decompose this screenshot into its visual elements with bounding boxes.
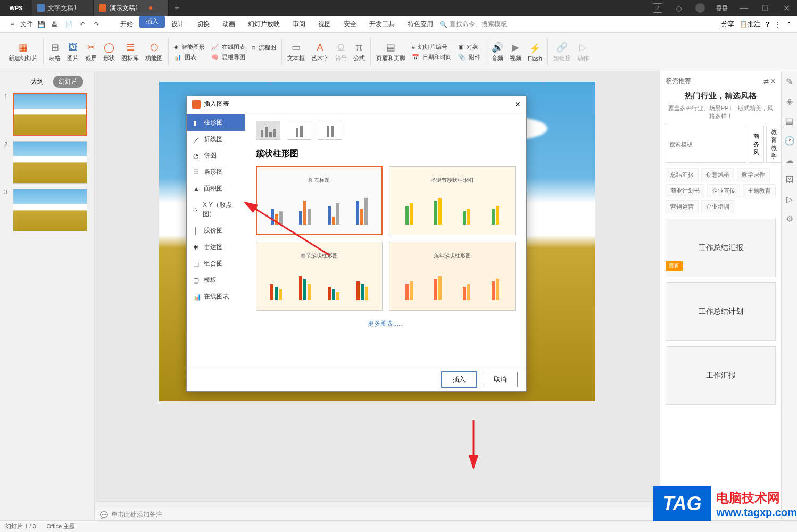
type-scatter[interactable]: ∴X Y（散点图） — [187, 197, 245, 222]
search-hint[interactable]: 🔍查找命令、搜索模板 — [439, 20, 507, 29]
tag-item[interactable]: 企业培训 — [701, 200, 734, 213]
chart-button[interactable]: 📊图表 — [171, 52, 208, 62]
tab-security[interactable]: 安全 — [337, 16, 363, 33]
save-icon[interactable]: 💾 — [35, 19, 47, 30]
apparel-icon[interactable]: ◇ — [668, 0, 690, 16]
picture-button[interactable]: 🖼图片 — [64, 36, 82, 68]
collapse-ribbon[interactable]: ⌃ — [786, 21, 792, 28]
type-combo[interactable]: ◫组合图 — [187, 255, 245, 272]
tab-transition[interactable]: 切换 — [190, 16, 216, 33]
tab-review[interactable]: 审阅 — [286, 16, 312, 33]
menu-icon[interactable]: ≡ — [6, 19, 18, 30]
tool-design-icon[interactable]: ◈ — [786, 96, 793, 106]
notification-badge[interactable]: 2 — [647, 0, 668, 16]
shape-button[interactable]: ◯形状 — [100, 36, 118, 68]
subtype-percent[interactable] — [318, 121, 342, 140]
template-card[interactable]: 工作汇报 — [666, 346, 776, 405]
tab-view[interactable]: 视图 — [312, 16, 337, 33]
tool-image-icon[interactable]: 🖼 — [785, 175, 794, 185]
datetime-button[interactable]: 📅日期和时间 — [409, 52, 455, 62]
tab-design[interactable]: 设计 — [165, 16, 190, 33]
symbol-button[interactable]: Ω符号 — [332, 36, 350, 68]
type-radar[interactable]: ✱雷达图 — [187, 239, 245, 255]
tab-start[interactable]: 开始 — [114, 16, 139, 33]
panel-options[interactable]: ⇄ ✕ — [763, 78, 776, 85]
function-button[interactable]: ⬡功能图 — [142, 36, 166, 68]
tag-item[interactable]: 主题教育 — [743, 184, 776, 197]
horizontal-scrollbar[interactable] — [95, 501, 660, 509]
tab-slideshow[interactable]: 幻灯片放映 — [242, 16, 286, 33]
chart-preview-4[interactable]: 兔年簇状柱形图 — [389, 242, 516, 311]
type-pie[interactable]: ◔饼图 — [187, 147, 245, 164]
video-button[interactable]: ▶视频 — [507, 36, 525, 68]
tag-item[interactable]: 总结汇报 — [666, 168, 699, 181]
minimize-button[interactable]: — — [733, 0, 754, 16]
icon-lib-button[interactable]: ☰图标库 — [118, 36, 142, 68]
doc-tab-word[interactable]: 文字文稿1 — [32, 0, 94, 16]
close-button[interactable]: ✕ — [776, 0, 797, 16]
insert-button[interactable]: 插入 — [441, 371, 477, 388]
notes-bar[interactable]: 💬单击此处添加备注 — [95, 509, 660, 520]
tab-insert[interactable]: 插入 — [139, 16, 165, 28]
tag-item[interactable]: 创意风格 — [701, 168, 734, 181]
slidenum-button[interactable]: #幻灯片编号 — [409, 42, 455, 52]
tool-pencil-icon[interactable]: ✎ — [786, 77, 793, 87]
tool-cloud-icon[interactable]: ☁ — [785, 155, 794, 165]
slide-thumb-1[interactable]: 1 — [4, 93, 90, 136]
more-button[interactable]: ⋮ — [775, 21, 781, 28]
new-slide-button[interactable]: ▦新建幻灯片 — [5, 36, 41, 68]
tag-item[interactable]: 商业计划书 — [666, 184, 704, 197]
type-template[interactable]: ▢模板 — [187, 272, 245, 288]
type-line[interactable]: ／折线图 — [187, 131, 245, 147]
tool-layers-icon[interactable]: ▤ — [785, 116, 793, 126]
print-icon[interactable]: 🖶 — [49, 19, 61, 30]
chart-preview-2[interactable]: 圣诞节簇状柱形图 — [389, 166, 516, 235]
undo-icon[interactable]: ↶ — [77, 19, 88, 30]
smartart-button[interactable]: ◈智能图形 — [171, 42, 208, 52]
tab-devtools[interactable]: 开发工具 — [363, 16, 401, 33]
flowchart-button[interactable]: ⧈流程图 — [248, 43, 279, 53]
comment-button[interactable]: 📋批注 — [740, 20, 760, 29]
attachment-button[interactable]: 📎附件 — [455, 52, 484, 62]
template-card[interactable]: 工作总结计划 — [666, 282, 776, 341]
cancel-button[interactable]: 取消 — [483, 372, 518, 387]
redo-icon[interactable]: ↷ — [90, 19, 102, 30]
dialog-close-button[interactable]: ✕ — [514, 100, 521, 109]
formula-button[interactable]: π公式 — [350, 36, 368, 68]
share-button[interactable]: 分享 — [721, 20, 734, 29]
education-btn[interactable]: 教育教学 — [766, 126, 781, 163]
tag-item[interactable]: 营销运营 — [666, 200, 699, 213]
template-search-input[interactable] — [666, 126, 746, 163]
type-online[interactable]: 📊在线图表 — [187, 288, 245, 305]
tool-clock-icon[interactable]: 🕐 — [784, 136, 795, 146]
type-bar[interactable]: ☰条形图 — [187, 164, 245, 180]
flash-button[interactable]: ⚡Flash — [525, 36, 545, 68]
chart-preview-3[interactable]: 春节簇状柱形图 — [256, 242, 383, 311]
slide-thumb-3[interactable]: 3 — [4, 189, 90, 231]
tag-item[interactable]: 企业宣传 — [707, 184, 740, 197]
tab-special[interactable]: 特色应用 — [401, 16, 439, 33]
hyperlink-button[interactable]: 🔗超链接 — [550, 36, 574, 68]
slides-tab[interactable]: 幻灯片 — [53, 76, 83, 88]
outline-tab[interactable]: 大纲 — [26, 76, 49, 88]
online-chart-button[interactable]: 📈在线图表 — [208, 42, 248, 52]
add-tab-button[interactable]: + — [169, 0, 185, 16]
slide-thumb-2[interactable]: 2 — [4, 141, 90, 184]
textbox-button[interactable]: ▭文本框 — [284, 36, 308, 68]
header-footer-button[interactable]: ▤页眉和页脚 — [373, 36, 409, 68]
action-button[interactable]: ▷动作 — [574, 36, 592, 68]
wordart-button[interactable]: A艺术字 — [308, 36, 332, 68]
subtype-stacked[interactable] — [287, 121, 311, 140]
chart-preview-1[interactable]: 图表标题 — [256, 166, 383, 235]
business-btn[interactable]: 商务风 — [749, 126, 764, 163]
file-menu[interactable]: 文件 — [20, 19, 33, 30]
type-column[interactable]: ▮柱形图 — [187, 114, 245, 131]
subtype-clustered[interactable] — [256, 121, 280, 140]
help-button[interactable]: ? — [766, 21, 769, 28]
audio-button[interactable]: 🔊音频 — [488, 36, 507, 68]
tab-animation[interactable]: 动画 — [216, 16, 242, 33]
tool-settings-icon[interactable]: ⚙ — [786, 214, 793, 224]
user-avatar[interactable] — [690, 0, 711, 16]
doc-tab-ppt[interactable]: 演示文稿1 — [94, 0, 169, 16]
table-button[interactable]: ⊞表格 — [46, 36, 64, 68]
